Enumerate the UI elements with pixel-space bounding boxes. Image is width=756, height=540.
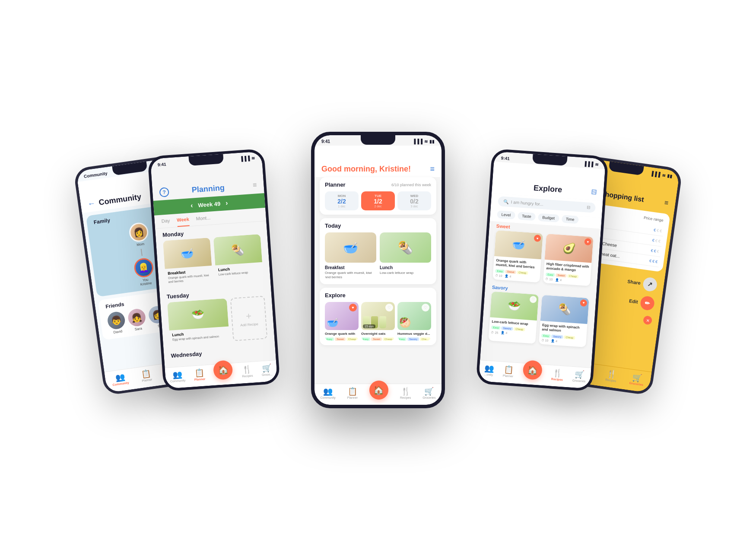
item-2-price: € € € — [652, 238, 661, 244]
search-icon-explore: 🔍 — [503, 199, 508, 204]
tab-month[interactable]: Mont... — [196, 215, 211, 226]
you-label: YouKristine — [136, 276, 156, 287]
planning-title: Planning — [191, 183, 225, 194]
explore-card-name-3: Hummus veggie d... — [397, 332, 431, 336]
home-btn-main[interactable]: 🏠 — [369, 381, 388, 400]
day-tue[interactable]: TUE 1/2 2 dec — [361, 191, 395, 210]
tab-day[interactable]: Day — [161, 218, 170, 228]
heart-btn-2[interactable]: ♡ — [385, 304, 393, 311]
sweet-name-1: Orange quark with muesli, kiwi and berri… — [496, 258, 539, 270]
nav-community[interactable]: 👥 Community — [111, 372, 129, 387]
nav-home-planning[interactable]: 🏠 — [213, 367, 233, 380]
explore-card-name-1: Orange quark with — [325, 332, 359, 336]
chip-time[interactable]: Time — [561, 215, 579, 224]
explore-title-main: Explore — [325, 292, 431, 299]
nav-planner-community[interactable]: 📋 Planner — [140, 369, 152, 383]
chip-budget[interactable]: Budget — [538, 213, 559, 222]
sweet-heart-2[interactable]: ♥ — [584, 238, 591, 245]
phone-main: 9:41 ▐▐▐ ≋ ▮▮ Good morning, Kristine! ≡ … — [311, 132, 445, 408]
heart-btn-1[interactable]: ♥ — [349, 304, 357, 311]
community-nav-label: Community — [320, 396, 335, 399]
menu-icon-main[interactable]: ≡ — [430, 165, 435, 174]
tuesday-lunch-card[interactable]: 🥗 Lunch Egg wrap with spinach and salmon — [167, 299, 230, 346]
nav-planner-explore[interactable]: 📋 Planner — [503, 365, 514, 378]
sweet-item-1[interactable]: 🥣 ♥ Orange quark with muesli, kiwi and b… — [492, 230, 543, 283]
add-recipe-btn[interactable]: + Add Recipe — [230, 296, 268, 341]
nav-planner-main[interactable]: 📋 Planner — [347, 388, 358, 400]
nav-planner-planning[interactable]: 📋 Planner — [194, 369, 206, 382]
lunch-img-planning: 🌯 — [213, 234, 262, 265]
day-wed[interactable]: WED 0/2 3 dec — [397, 191, 431, 210]
day-mon[interactable]: MON 2/2 1 dec — [325, 191, 359, 210]
prev-week-arrow[interactable]: ‹ — [191, 202, 194, 210]
time-main: 9:41 — [321, 139, 330, 144]
euro-1-3: € — [660, 229, 662, 233]
nav-grocer-planning[interactable]: 🛒 Groce... — [261, 364, 273, 377]
nav-home-main[interactable]: 🏠 — [369, 388, 388, 400]
home-btn-explore[interactable]: 🏠 — [523, 360, 543, 380]
close-search-btn[interactable]: ✕ — [643, 315, 653, 325]
nav-recipes-shopping[interactable]: 🍴 Recipes — [605, 369, 618, 383]
savory-time-2: ⏱ 10 — [541, 339, 548, 342]
lunch-info-planning: Lunch Low-carb lettuce wrap — [215, 262, 263, 280]
euro-2-3: € — [658, 239, 661, 244]
nav-recipes-main[interactable]: 🍴 Recipes — [400, 388, 411, 400]
back-arrow[interactable]: ← — [87, 199, 96, 209]
savory-time-1: ⏱ 25 — [491, 330, 498, 334]
chip-level[interactable]: Level — [497, 210, 515, 219]
nav-recipes-label-p: Recipes — [242, 374, 253, 378]
sweet-heart-1[interactable]: ♥ — [534, 235, 541, 242]
nav-recipes-planning[interactable]: 🍴 Recipes — [241, 365, 253, 378]
heart-btn-3[interactable]: ♡ — [422, 304, 429, 311]
explore-card-img-2: ♡ 15 min — [361, 302, 395, 330]
explore-card-3[interactable]: 🥙 ♡ Hummus veggie d... Easy Savory Che..… — [397, 302, 431, 341]
nav-groceries-explore[interactable]: 🛒 Groceries — [572, 370, 586, 383]
breakfast-card-main[interactable]: 🥣 Breakfast Orange quark with muesli, ki… — [325, 232, 376, 280]
breakfast-img-planning: 🥣 — [163, 238, 212, 269]
item-1-price: € € € — [654, 228, 662, 233]
tag-easy-2: Easy — [361, 337, 370, 341]
savory-heart-1[interactable]: ♡ — [530, 295, 537, 303]
recipes-label-explore: Recipes — [551, 378, 563, 381]
explore-card-1[interactable]: 🥣 ♥ Orange quark with Easy Sweet Cheap — [325, 302, 359, 341]
recipes-nav-icon: 🍴 — [401, 388, 410, 395]
savory-serve-1: 👤 4 — [501, 331, 507, 335]
david-label: David — [109, 329, 127, 335]
shopping-menu-icon[interactable]: ≡ — [664, 199, 669, 207]
status-icons-explore: ▐▐▐ ≋ — [583, 161, 599, 167]
sweet-item-2[interactable]: 🥑 ♥ High fiber crispbread with avocado &… — [543, 234, 594, 286]
lunch-card-main[interactable]: 🌯 Lunch Low-carb lettuce wrap — [380, 232, 431, 280]
breakfast-card-planning[interactable]: 🥣 Breakfast Orange quark with muesli, ki… — [163, 238, 213, 287]
nav-community-planning[interactable]: 👥 Community — [169, 370, 185, 383]
menu-icon-planning[interactable]: ≡ — [253, 181, 257, 189]
explore-card-2[interactable]: ♡ 15 min Overnight oats Easy Sweet Cheap — [361, 302, 395, 341]
nav-community-label: Community — [112, 381, 129, 386]
status-icons-planning: ▐▐▐ ≋ — [239, 155, 255, 161]
lunch-card-planning[interactable]: 🌯 Lunch Low-carb lettuce wrap — [213, 234, 264, 283]
savory-heart-2[interactable]: ♥ — [580, 299, 587, 307]
next-week-arrow[interactable]: › — [226, 199, 229, 207]
euro-4-1: € — [649, 258, 652, 263]
help-icon[interactable]: ? — [159, 187, 169, 197]
sweet-emoji-1: 🥣 — [512, 238, 526, 251]
sweet-body-1: Orange quark with muesli, kiwi and berri… — [492, 256, 541, 283]
planner-label-explore: Planner — [503, 374, 514, 378]
tab-week[interactable]: Week — [177, 216, 190, 227]
tuesday-row: 🥗 Lunch Egg wrap with spinach and salmon… — [160, 295, 275, 350]
nav-community-main[interactable]: 👥 Community — [320, 388, 335, 400]
filter-icon[interactable]: ⊟ — [591, 187, 597, 196]
nav-recipes-explore[interactable]: 🍴 Recipes — [551, 369, 564, 382]
euro-3-3: € — [657, 249, 659, 254]
savory-item-1[interactable]: 🥗 ♡ Low-carb lettuce wrap Easy Savory Ch… — [488, 291, 539, 343]
nav-groceries-shopping[interactable]: 🛒 Groceries — [629, 373, 645, 387]
savory-item-2[interactable]: 🌯 ♥ Egg wrap with spinach and salmon Eas… — [539, 295, 589, 347]
center-header: Good morning, Kristine! ≡ — [314, 146, 442, 177]
filter-sliders-icon[interactable]: ⊟ — [587, 205, 591, 210]
sweet-time-2: ⏱ 10 — [545, 277, 553, 281]
nav-groceries-main[interactable]: 🛒 Groceries — [422, 388, 435, 400]
nav-community-explore[interactable]: 👥 ...unity — [484, 364, 494, 377]
nav-home-explore[interactable]: 🏠 — [523, 367, 543, 380]
chip-taste[interactable]: Taste — [518, 212, 536, 221]
home-btn-planning[interactable]: 🏠 — [213, 360, 233, 380]
header-row-main: Good morning, Kristine! ≡ — [321, 165, 435, 174]
